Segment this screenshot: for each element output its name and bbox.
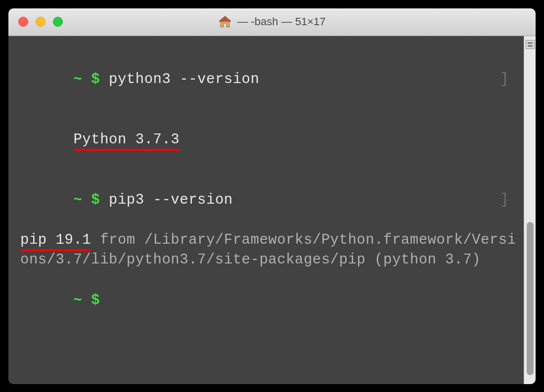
prompt-dollar: $ [91,292,100,308]
terminal-window: — -bash — 51×17 ~ $ python3 --version] P… [8,8,536,384]
close-button[interactable] [18,17,28,27]
scrollbar-thumb[interactable] [527,222,534,375]
terminal-line-output-1: Python 3.7.3 [20,110,524,170]
maximize-button[interactable] [53,17,63,27]
prompt-tilde: ~ [73,71,82,87]
home-icon [218,15,232,28]
scrollbar-menu-icon[interactable] [526,40,535,49]
window-title: — -bash — 51×17 [237,15,325,28]
pip-version-output: pip 19.1 [20,230,91,251]
bracket-marker: ] [500,70,509,90]
minimize-button[interactable] [36,17,45,27]
prompt-dollar: $ [91,71,100,87]
terminal-line-cmd-1: ~ $ python3 --version] [20,50,524,110]
pip-path-output: from /Library/Frameworks/Python.framewor… [20,232,516,268]
titlebar[interactable]: — -bash — 51×17 [8,8,536,36]
prompt-tilde: ~ [73,292,82,308]
terminal-line-cmd-2: ~ $ pip3 --version] [20,170,524,230]
command-text: pip3 --version [109,192,233,208]
terminal-body[interactable]: ~ $ python3 --version] Python 3.7.3 ~ $ … [8,36,536,384]
scrollbar-track[interactable] [524,36,536,384]
title-content: — -bash — 51×17 [218,15,325,28]
bracket-marker: ] [500,190,509,211]
prompt-dollar: $ [91,192,100,208]
terminal-line-output-2: pip 19.1 from /Library/Frameworks/Python… [20,230,524,270]
command-text: python3 --version [109,71,259,87]
prompt-tilde: ~ [73,192,82,208]
terminal-line-prompt[interactable]: ~ $ [20,270,524,331]
python-version-output: Python 3.7.3 [73,130,180,150]
traffic-lights [18,17,63,27]
